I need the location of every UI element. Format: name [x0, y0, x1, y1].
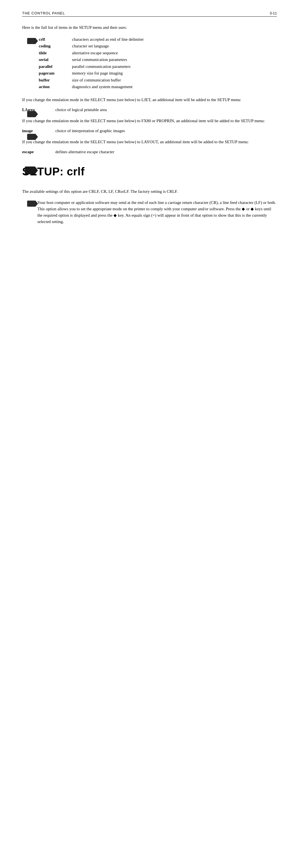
select-ljet-section: If you change the emulation mode in the …: [22, 97, 277, 112]
menu-desc-coding: character set language: [72, 43, 277, 49]
menu-key-action: action: [39, 84, 72, 90]
select-ljet-before: If you change the emulation mode in the …: [22, 97, 277, 103]
header-title: THE CONTROL PANEL: [22, 11, 65, 15]
menu-row-coding: coding character set language: [39, 43, 277, 49]
menu-key-crlf: crlf: [39, 36, 72, 43]
escape-row: escape defines alternative escape charac…: [22, 150, 277, 154]
menu-row-buffer: buffer size of communication buffer: [39, 77, 277, 83]
menu-desc-crlf: characters accepted as end of line delim…: [72, 36, 277, 43]
menu-table: crlf characters accepted as end of line …: [39, 36, 277, 90]
tab-indicator-2: [27, 111, 35, 117]
menu-desc-action: diagnostics and system management: [72, 84, 277, 90]
menu-key-serial: serial: [39, 57, 72, 63]
page-number: 3-11: [270, 11, 277, 15]
menu-key-parallel: parallel: [39, 63, 72, 70]
tab-indicator-host: [22, 199, 37, 207]
menu-desc-serial: serial communication parameters: [72, 57, 277, 63]
escape-key: escape: [22, 150, 55, 154]
host-computer-text: Your host computer or application softwa…: [37, 199, 277, 225]
ljarea-row: LJarea choice of logical printable area: [22, 107, 277, 112]
menu-key-buffer: buffer: [39, 77, 72, 83]
intro-text: Here is the full list of items in the SE…: [22, 24, 277, 31]
menu-desc-pageram: memory size for page imaging: [72, 70, 277, 76]
menu-desc-tilde: alternative escape sequence: [72, 50, 277, 56]
menu-row-serial: serial serial communication parameters: [39, 57, 277, 63]
tab-indicator-heading: [25, 166, 35, 174]
menu-desc-buffer: size of communication buffer: [72, 77, 277, 83]
menu-row-action: action diagnostics and system management: [39, 84, 277, 90]
page-header: THE CONTROL PANEL 3-11: [22, 11, 277, 17]
image-key: image: [22, 129, 55, 133]
escape-desc: defines alternative escape character: [55, 150, 114, 154]
ljarea-desc: choice of logical printable area: [55, 107, 107, 112]
select-layout-before: If you change the emulation mode in the …: [22, 139, 277, 145]
menu-key-coding: coding: [39, 43, 72, 49]
menu-row-pageram: pageram memory size for page imaging: [39, 70, 277, 76]
menu-row-tilde: tilde alternative escape sequence: [39, 50, 277, 56]
menu-key-pageram: pageram: [39, 70, 72, 76]
select-fx80-section: If you change the emulation mode in the …: [22, 118, 277, 133]
page: THE CONTROL PANEL 3-11 Here is the full …: [0, 0, 299, 868]
menu-key-tilde: tilde: [39, 50, 72, 56]
available-settings-text: The available settings of this option ar…: [22, 188, 277, 195]
menu-row-parallel: parallel parallel communication paramete…: [39, 63, 277, 70]
select-layout-section: If you change the emulation mode in the …: [22, 139, 277, 154]
tab-indicator-1: [27, 38, 35, 44]
menu-row-crlf: crlf characters accepted as end of line …: [39, 36, 277, 43]
menu-desc-parallel: parallel communication parameters: [72, 63, 277, 70]
select-fx80-before: If you change the emulation mode in the …: [22, 118, 277, 124]
image-row: image choice of interpretation of graphi…: [22, 129, 277, 133]
image-desc: choice of interpretation of graphic imag…: [55, 129, 125, 133]
